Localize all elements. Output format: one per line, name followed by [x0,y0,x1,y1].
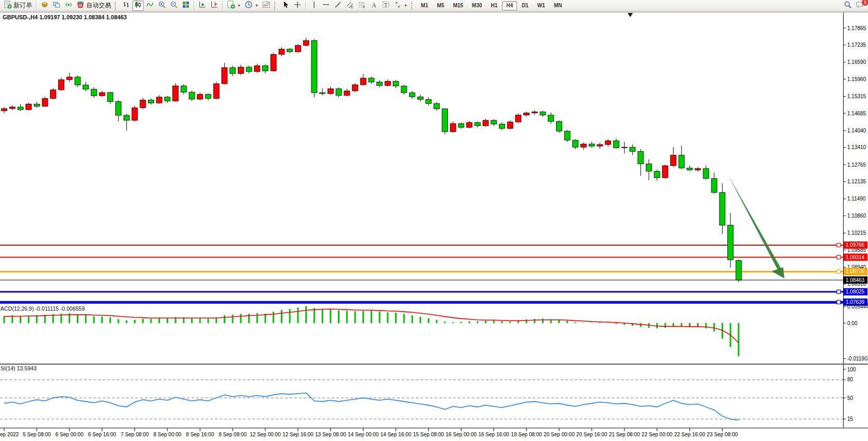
zoom-in-button[interactable] [156,1,168,11]
arrows-button[interactable]: ▼ [392,1,409,11]
rsi-axis-label: 15 [847,416,853,422]
candle-body [605,141,611,144]
date-label: 6 Sep 16:00 [88,432,116,437]
timeframe-button-w1[interactable]: W1 [533,1,549,10]
timeframe-button-m1[interactable]: M1 [417,1,432,10]
candle-body [581,144,587,147]
candle-body [59,79,64,90]
date-label: 14 Sep 16:00 [381,432,412,437]
crosshair-button[interactable] [292,1,303,11]
cursor-button[interactable] [280,1,291,11]
cursor-icon [281,1,290,10]
charts-window-button[interactable] [51,1,62,11]
auto-trading-button[interactable]: 自动交易 [75,1,113,11]
candle-body [148,100,154,103]
trendline-button[interactable] [332,1,344,11]
timeframe-button-m5[interactable]: M5 [433,1,449,10]
candle-body [654,171,660,178]
candle-body [687,168,693,170]
chart-shift-button[interactable] [209,1,220,11]
candle-body [630,147,635,151]
candlestick-chart-button[interactable] [132,1,144,11]
date-label: 20 Sep 00:00 [544,432,575,437]
candle-body [491,121,497,124]
tile-windows-button[interactable] [180,1,192,11]
equidistant-channel-icon: E [346,1,354,10]
candle-body [26,104,32,110]
zoom-out-button[interactable] [168,1,180,11]
timeframe-button-mn[interactable]: MN [550,1,566,10]
template-button[interactable] [261,1,272,11]
price-tick-label: 1.12765 [847,162,866,168]
candle-body [173,86,179,101]
line-anchor-handle [837,243,840,247]
market-watch-button[interactable] [39,1,50,11]
timeframe-button-m30[interactable]: M30 [468,1,486,10]
date-label: 8 Sep 00:00 [153,432,181,437]
candle-body [311,41,317,93]
timeframe-button-d1[interactable]: D1 [518,1,533,10]
text-label-icon: T [382,1,390,10]
period-button[interactable]: ▼ [243,1,260,11]
dropdown-caret: ▼ [255,4,259,7]
svg-text:A: A [372,2,376,9]
zoom-out-icon [170,1,178,10]
candle-body [679,155,684,168]
timeframe-button-m15[interactable]: M15 [449,1,467,10]
vertical-line-button[interactable] [308,1,320,11]
candle-body [156,97,162,103]
chart-canvas[interactable]: 1.178651.172351.165901.159601.153151.146… [0,0,868,441]
down-arrow-shaft [728,175,781,270]
fibonacci-button[interactable]: F [356,1,368,11]
bar-chart-button[interactable] [120,1,132,11]
template-icon [262,1,270,10]
candle-body [671,155,676,166]
candle-body [75,77,80,85]
horizontal-line-button[interactable] [320,1,332,11]
price-tick-label: 1.13410 [847,144,866,150]
candle-body [320,93,326,94]
horizontal-line-icon [322,1,330,10]
candle-body [328,89,333,93]
search-button[interactable] [842,1,853,11]
chart-title: GBPUSD-,H4 1.09197 1.09230 1.08384 1.084… [3,14,127,20]
auto-scroll-icon [198,1,207,10]
candle-body [91,89,97,96]
notifications-button[interactable]: 1 [854,1,866,11]
timeframe-button-h4[interactable]: H4 [502,1,517,10]
date-label: 22 Sep 00:00 [642,432,673,437]
text-label-button[interactable]: T [380,1,391,11]
line-anchor-handle [837,290,840,293]
gold-cube-icon [40,1,49,10]
date-label: 7 Sep 08:00 [121,432,149,437]
text-button[interactable]: A [368,1,379,11]
equidistant-channel-button[interactable]: E [344,1,356,11]
date-label: 21 Sep 08:00 [609,432,640,437]
candle-body [499,124,505,128]
toolbar-grip [274,2,278,10]
candle-body [483,121,489,126]
auto-scroll-button[interactable] [197,1,208,11]
candle-body [140,100,146,108]
toolbar-separator [222,1,223,10]
dropdown-caret: ▼ [237,4,241,7]
candle-body [42,98,48,106]
price-tick-label: 1.12135 [847,179,866,184]
candle-body [393,81,399,86]
timeframe-button-h1[interactable]: H1 [487,1,502,10]
candle-body [197,95,203,99]
candle-body [206,95,211,99]
candle-body [385,81,390,85]
zoom-in-icon [158,1,166,10]
candle-body [720,193,725,225]
signal-icon [64,1,73,10]
candle-body [467,123,472,127]
candle-body [377,82,383,86]
candle-body [736,260,741,280]
line-chart-button[interactable] [144,1,156,11]
new-order-button[interactable]: 新订单 [2,1,34,11]
candle-body [614,141,619,148]
signal-button[interactable] [63,1,74,11]
date-label: 23 Sep 08:00 [707,432,738,437]
add-indicator-button[interactable]: ▼ [225,1,242,11]
